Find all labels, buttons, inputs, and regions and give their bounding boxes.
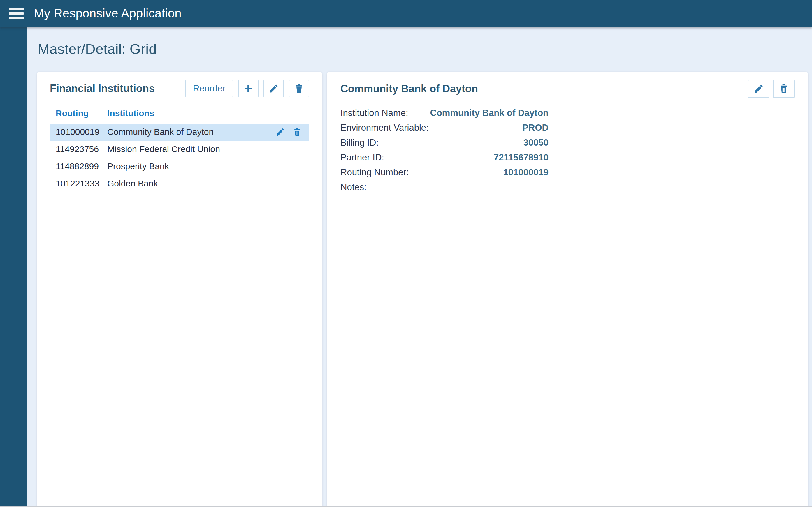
- routing-cell: 114923756: [56, 144, 107, 154]
- field-value: Community Bank of Dayton: [430, 108, 549, 118]
- field-label: Routing Number:: [340, 167, 409, 178]
- field-label: Environment Variable:: [340, 123, 429, 133]
- grid-column-headers: Routing Institutions: [50, 102, 309, 124]
- app-title: My Responsive Application: [34, 6, 181, 20]
- master-detail-layout: Financial Institutions Reorder: [37, 72, 808, 508]
- row-actions: [275, 127, 309, 137]
- app-root: My Responsive Application Master/Detail:…: [0, 0, 812, 508]
- institution-cell: Community Bank of Dayton: [107, 127, 214, 137]
- row-edit-pencil-icon[interactable]: [275, 127, 285, 137]
- column-header-institutions[interactable]: Institutions: [107, 109, 155, 118]
- field-label: Notes:: [340, 182, 367, 193]
- plus-icon: [243, 83, 254, 94]
- main-content: Master/Detail: Grid Financial Institutio…: [28, 27, 812, 506]
- add-button[interactable]: [238, 80, 258, 97]
- master-toolbar: Reorder: [186, 80, 309, 97]
- field-value: 30050: [523, 137, 549, 148]
- detail-edit-button[interactable]: [748, 80, 769, 98]
- field-label: Institution Name:: [340, 108, 408, 118]
- master-panel-header: Financial Institutions Reorder: [50, 80, 309, 97]
- table-row[interactable]: 114923756 Mission Federal Credit Union: [50, 141, 309, 158]
- detail-panel-title: Community Bank of Dayton: [340, 83, 478, 95]
- page-bottom-strip: [0, 506, 812, 508]
- app-bar: My Responsive Application: [0, 0, 812, 27]
- routing-cell: 114882899: [56, 161, 107, 171]
- row-delete-trash-icon[interactable]: [293, 128, 302, 137]
- institution-cell: Mission Federal Credit Union: [107, 144, 220, 154]
- routing-cell: 101221333: [56, 178, 107, 188]
- institutions-grid: 101000019 Community Bank of Dayton 11492…: [50, 124, 309, 192]
- detail-fields: Institution Name: Community Bank of Dayt…: [340, 105, 549, 195]
- table-row[interactable]: 101000019 Community Bank of Dayton: [50, 124, 309, 141]
- app-shell: Master/Detail: Grid Financial Institutio…: [0, 27, 812, 506]
- detail-panel-header: Community Bank of Dayton: [340, 80, 795, 98]
- sidebar[interactable]: [0, 27, 28, 506]
- routing-cell: 101000019: [56, 127, 107, 137]
- pencil-icon: [754, 84, 764, 94]
- table-row[interactable]: 114882899 Prosperity Bank: [50, 158, 309, 175]
- institution-cell: Prosperity Bank: [107, 161, 169, 171]
- master-panel: Financial Institutions Reorder: [37, 72, 322, 508]
- trash-icon: [294, 83, 304, 94]
- field-row: Billing ID: 30050: [340, 135, 549, 150]
- page-title: Master/Detail: Grid: [38, 41, 808, 57]
- edit-button[interactable]: [263, 80, 284, 97]
- column-header-routing[interactable]: Routing: [56, 109, 107, 118]
- detail-delete-button[interactable]: [773, 80, 795, 98]
- field-value: 72115678910: [494, 152, 549, 163]
- menu-icon[interactable]: [9, 8, 24, 19]
- reorder-button[interactable]: Reorder: [186, 80, 233, 97]
- detail-panel: Community Bank of Dayton Insti: [327, 72, 808, 508]
- field-value: 101000019: [503, 167, 549, 178]
- field-value: PROD: [522, 123, 549, 133]
- field-row: Institution Name: Community Bank of Dayt…: [340, 105, 549, 120]
- field-row: Partner ID: 72115678910: [340, 150, 549, 165]
- detail-toolbar: [748, 80, 795, 98]
- field-row: Environment Variable: PROD: [340, 120, 549, 135]
- field-label: Partner ID:: [340, 152, 384, 163]
- delete-button[interactable]: [289, 80, 309, 97]
- master-panel-title: Financial Institutions: [50, 82, 155, 95]
- pencil-icon: [269, 83, 279, 94]
- institution-cell: Golden Bank: [107, 178, 158, 188]
- table-row[interactable]: 101221333 Golden Bank: [50, 175, 309, 192]
- trash-icon: [778, 84, 789, 94]
- field-row: Notes:: [340, 180, 549, 195]
- field-label: Billing ID:: [340, 137, 378, 148]
- field-row: Routing Number: 101000019: [340, 165, 549, 180]
